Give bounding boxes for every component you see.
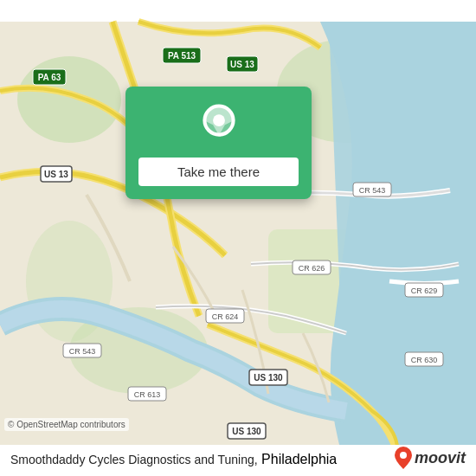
svg-text:CR 629: CR 629 xyxy=(411,286,438,295)
moovit-brand-text: moovit xyxy=(415,449,466,467)
svg-text:PA 513: PA 513 xyxy=(168,51,196,61)
svg-text:CR 626: CR 626 xyxy=(299,264,325,273)
city-name: Philadelphia xyxy=(261,452,337,466)
svg-text:CR 624: CR 624 xyxy=(212,312,239,321)
svg-text:US 13: US 13 xyxy=(230,60,254,69)
svg-text:US 130: US 130 xyxy=(254,373,283,383)
map-container: PA 63 PA 513 US 13 US 13 CR 543 CR 543 C… xyxy=(0,0,476,476)
svg-text:CR 543: CR 543 xyxy=(69,347,96,356)
svg-point-38 xyxy=(400,452,407,459)
take-me-there-button[interactable]: Take me there xyxy=(138,158,299,186)
svg-text:PA 63: PA 63 xyxy=(38,73,61,82)
location-card: Take me there xyxy=(125,87,312,199)
svg-text:US 13: US 13 xyxy=(44,170,68,179)
svg-text:US 130: US 130 xyxy=(232,427,261,436)
svg-text:CR 543: CR 543 xyxy=(359,186,386,195)
svg-text:CR 613: CR 613 xyxy=(134,390,161,399)
svg-text:CR 630: CR 630 xyxy=(411,356,438,364)
bottom-bar: Smoothdaddy Cycles Diagnostics and Tunin… xyxy=(0,445,476,476)
osm-credit: © OpenStreetMap contributors xyxy=(4,418,129,431)
moovit-logo: moovit xyxy=(395,447,466,469)
business-name: Smoothdaddy Cycles Diagnostics and Tunin… xyxy=(10,453,258,466)
osm-credit-text: © OpenStreetMap contributors xyxy=(8,420,125,429)
svg-point-1 xyxy=(17,56,121,143)
location-pin-icon xyxy=(196,104,241,149)
moovit-pin-icon xyxy=(395,447,412,469)
map-background: PA 63 PA 513 US 13 US 13 CR 543 CR 543 C… xyxy=(0,0,476,476)
svg-point-37 xyxy=(213,115,223,125)
